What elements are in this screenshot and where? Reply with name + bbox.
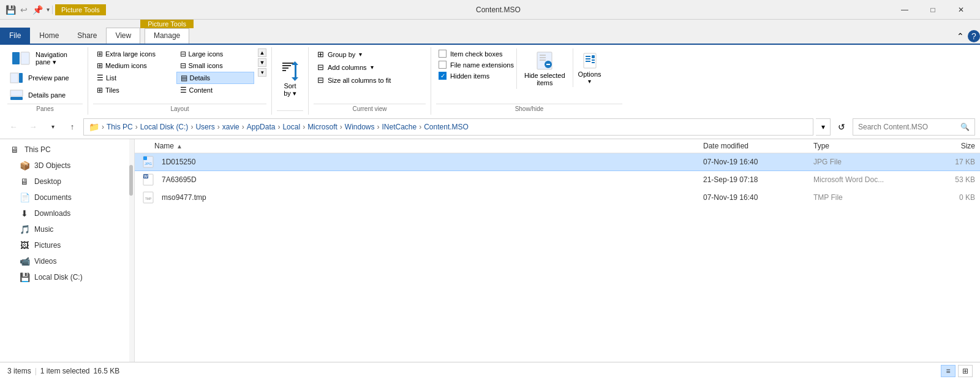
path-content-mso[interactable]: Content.MSO bbox=[424, 123, 469, 131]
tab-view[interactable]: View bbox=[106, 28, 140, 44]
column-size[interactable]: Size bbox=[919, 139, 980, 153]
sidebar-scrollbar[interactable] bbox=[129, 139, 134, 362]
path-user[interactable]: xavie bbox=[222, 123, 239, 131]
qat-dropdown[interactable]: ▾ bbox=[47, 6, 50, 13]
path-microsoft[interactable]: Microsoft bbox=[307, 123, 337, 131]
close-button[interactable]: ✕ bbox=[947, 0, 975, 20]
search-input[interactable] bbox=[858, 123, 958, 131]
sidebar-item-pictures[interactable]: 🖼 Pictures bbox=[0, 237, 129, 253]
sidebar-item-desktop[interactable]: 🖥 Desktop bbox=[0, 174, 129, 190]
item-check-boxes-toggle[interactable]: Item check boxes bbox=[436, 48, 516, 59]
layout-scroll-expand[interactable]: ▾ bbox=[258, 68, 266, 77]
content-label: Content bbox=[189, 86, 213, 94]
help-button[interactable]: ? bbox=[968, 30, 980, 42]
tab-file[interactable]: File bbox=[0, 28, 30, 44]
content-button[interactable]: ☰ Content bbox=[176, 85, 255, 96]
file-type-1: JPG File bbox=[809, 156, 919, 167]
extra-large-icons-button[interactable]: ⊞ Extra large icons bbox=[93, 48, 172, 59]
navigation-pane-button[interactable]: Navigation pane ▾ bbox=[7, 48, 75, 68]
large-icons-button[interactable]: ⊟ Large icons bbox=[176, 48, 255, 59]
search-icon[interactable]: 🔍 bbox=[960, 123, 970, 131]
ribbon-collapse-button[interactable]: ⌃ bbox=[954, 30, 967, 42]
sidebar-scroll[interactable]: 🖥 This PC 📦 3D Objects 🖥 Desktop 📄 Docum… bbox=[0, 139, 129, 362]
layout-group-content: ⊞ Extra large icons ⊟ Large icons ⊞ Medi… bbox=[93, 48, 266, 102]
tab-share[interactable]: Share bbox=[68, 28, 106, 44]
add-columns-label: Add columns bbox=[328, 64, 367, 71]
undo-icon[interactable]: ↩ bbox=[18, 4, 29, 15]
main-content: 🖥 This PC 📦 3D Objects 🖥 Desktop 📄 Docum… bbox=[0, 139, 980, 362]
medium-icons-button[interactable]: ⊞ Medium icons bbox=[93, 60, 172, 71]
column-name[interactable]: Name ▲ bbox=[147, 139, 698, 153]
svg-rect-7 bbox=[282, 65, 291, 66]
file-row-mso9477[interactable]: TMP mso9477.tmp 07-Nov-19 16:40 TMP File… bbox=[135, 189, 980, 207]
hidden-items-checkbox[interactable]: ✓ bbox=[439, 72, 447, 80]
address-dropdown-button[interactable]: ▾ bbox=[816, 118, 831, 136]
path-inetcache[interactable]: INetCache bbox=[382, 123, 417, 131]
sort-by-button[interactable]: Sortby ▾ bbox=[279, 58, 302, 100]
back-button[interactable]: ← bbox=[5, 118, 22, 136]
path-local-disk[interactable]: Local Disk (C:) bbox=[140, 123, 189, 131]
up-button[interactable]: ↑ bbox=[64, 118, 81, 136]
small-icons-button[interactable]: ⊟ Small icons bbox=[176, 60, 255, 71]
list-button[interactable]: ☰ List bbox=[93, 72, 172, 84]
preview-pane-button[interactable]: Preview pane bbox=[7, 71, 75, 85]
tab-manage[interactable]: Manage bbox=[145, 28, 189, 44]
file-name-extensions-checkbox[interactable] bbox=[439, 61, 447, 69]
layout-scroll-down[interactable]: ▼ bbox=[258, 58, 266, 67]
sidebar-item-videos[interactable]: 📹 Videos bbox=[0, 253, 129, 269]
save-icon[interactable]: 💾 bbox=[5, 4, 16, 15]
pin-icon[interactable]: 📌 bbox=[32, 4, 43, 15]
details-pane-button[interactable]: Details pane bbox=[7, 88, 75, 102]
show-hide-group: Item check boxes File name extensions ✓ … bbox=[431, 47, 627, 115]
path-local[interactable]: Local bbox=[282, 123, 300, 131]
maximize-button[interactable]: □ bbox=[919, 0, 947, 20]
forward-button[interactable]: → bbox=[24, 118, 42, 136]
sidebar-item-documents[interactable]: 📄 Documents bbox=[0, 190, 129, 205]
details-pane-label: Details pane bbox=[28, 91, 66, 99]
file-name-1: 1D015250 bbox=[157, 156, 698, 167]
svg-rect-21 bbox=[586, 58, 590, 59]
file-row-1d015250[interactable]: JPG 1D015250 07-Nov-19 16:40 JPG File 17… bbox=[135, 153, 980, 171]
sort-group: Sortby ▾ bbox=[272, 47, 309, 115]
this-pc-icon: 🖥 bbox=[10, 145, 20, 155]
desktop-icon: 🖥 bbox=[20, 177, 29, 186]
file-date-3: 07-Nov-19 16:40 bbox=[698, 192, 809, 203]
address-path[interactable]: 📁 › This PC › Local Disk (C:) › Users › … bbox=[83, 118, 813, 136]
sidebar-item-music[interactable]: 🎵 Music bbox=[0, 221, 129, 237]
path-appdata[interactable]: AppData bbox=[247, 123, 276, 131]
minimize-button[interactable]: — bbox=[891, 0, 919, 20]
details-button[interactable]: ▤ Details bbox=[176, 72, 255, 84]
path-windows[interactable]: Windows bbox=[345, 123, 375, 131]
file-row-7a63695d[interactable]: W 7A63695D 21-Sep-19 07:18 Microsoft Wor… bbox=[135, 171, 980, 189]
file-name-extensions-toggle[interactable]: File name extensions bbox=[436, 59, 516, 70]
sidebar-item-local-disk[interactable]: 💾 Local Disk (C:) bbox=[0, 269, 129, 285]
size-all-columns-button[interactable]: ⊟ Size all columns to fit bbox=[314, 74, 394, 86]
sidebar-item-3d-objects[interactable]: 📦 3D Objects bbox=[0, 158, 129, 174]
list-icon: ☰ bbox=[97, 74, 104, 82]
picture-tools-label: Picture Tools bbox=[140, 20, 194, 28]
sidebar-item-downloads[interactable]: ⬇ Downloads bbox=[0, 205, 129, 221]
hidden-items-toggle[interactable]: ✓ Hidden items bbox=[436, 71, 516, 81]
large-icons-view-toggle[interactable]: ⊞ bbox=[958, 365, 973, 377]
path-this-pc[interactable]: This PC bbox=[107, 123, 133, 131]
group-by-button[interactable]: ⊞ Group by ▾ bbox=[314, 48, 366, 60]
tab-home[interactable]: Home bbox=[30, 28, 68, 44]
options-button[interactable]: Options ▾ bbox=[573, 48, 606, 87]
column-date-modified[interactable]: Date modified bbox=[698, 139, 809, 153]
hidden-items-label: Hidden items bbox=[450, 72, 489, 80]
path-users[interactable]: Users bbox=[195, 123, 214, 131]
search-box[interactable]: 🔍 bbox=[853, 118, 975, 136]
size-all-columns-label: Size all columns to fit bbox=[328, 77, 391, 84]
svg-rect-23 bbox=[592, 55, 595, 58]
hide-selected-items-button[interactable]: Hide selecteditems bbox=[516, 48, 573, 89]
layout-scroll-up[interactable]: ▲ bbox=[258, 48, 266, 57]
svg-text:W: W bbox=[144, 174, 148, 178]
details-view-toggle[interactable]: ≡ bbox=[941, 365, 956, 377]
column-type[interactable]: Type bbox=[809, 139, 919, 153]
tiles-button[interactable]: ⊞ Tiles bbox=[93, 85, 172, 96]
recent-locations-button[interactable]: ▾ bbox=[44, 118, 61, 136]
add-columns-button[interactable]: ⊟ Add columns ▾ bbox=[314, 61, 377, 73]
refresh-button[interactable]: ↺ bbox=[833, 118, 850, 136]
item-check-boxes-checkbox[interactable] bbox=[439, 50, 447, 58]
sidebar-item-this-pc[interactable]: 🖥 This PC bbox=[0, 142, 129, 158]
